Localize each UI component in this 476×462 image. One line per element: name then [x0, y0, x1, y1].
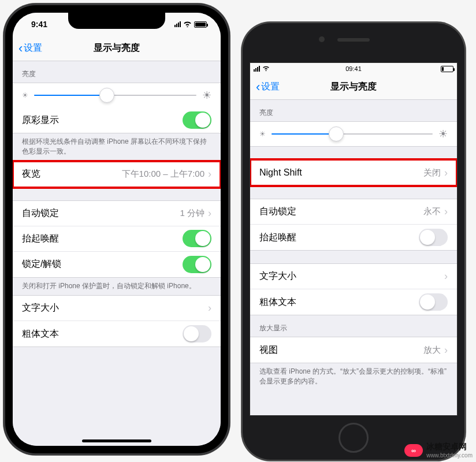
group-nightshift: 夜览 下午10:00 – 上午7:00 ›: [13, 161, 221, 188]
back-label: 设置: [24, 42, 42, 54]
nav-bar: ‹ 设置 显示与亮度: [250, 74, 457, 100]
status-bar: 09:41: [250, 63, 457, 74]
signal-icon: [254, 66, 260, 72]
brightness-slider-row: ☀︎ ☀︎: [13, 83, 221, 107]
chevron-right-icon: ›: [444, 206, 448, 218]
status-time: 9:41: [31, 20, 47, 29]
row-lockunlock: 锁定/解锁: [13, 252, 221, 277]
truetone-note: 根据环境光线条件自动调整 iPhone 屏幕以在不同环境下保持色彩显示一致。: [13, 133, 221, 161]
view-label: 视图: [259, 344, 278, 356]
settings-content[interactable]: 亮度 ☀︎ ☀︎ 原彩显示 根据环境光线条件自动调整 iPhone 屏幕以在不同…: [13, 61, 221, 446]
battery-icon: [194, 21, 207, 28]
chevron-right-icon: ›: [208, 207, 211, 219]
lockunlock-switch[interactable]: [183, 256, 211, 273]
nav-title: 显示与亮度: [250, 81, 457, 93]
view-value: 放大: [423, 345, 441, 356]
row-raise: 抬起唤醒: [250, 225, 457, 250]
textsize-label: 文字大小: [22, 302, 59, 314]
watermark-badge-icon: ∞: [404, 444, 423, 457]
watermark-url: www.btxtdmy.com: [426, 452, 473, 459]
autolock-label: 自动锁定: [259, 206, 296, 218]
bold-switch[interactable]: [419, 293, 448, 311]
chevron-right-icon: ›: [444, 167, 448, 179]
raise-label: 抬起唤醒: [259, 232, 296, 244]
truetone-switch[interactable]: [183, 111, 211, 129]
textsize-label: 文字大小: [259, 270, 296, 282]
back-label: 设置: [261, 81, 280, 93]
row-textsize[interactable]: 文字大小 ›: [13, 296, 221, 321]
section-zoom: 放大显示: [250, 315, 457, 337]
autolock-value: 永不: [423, 206, 441, 217]
earpiece: [337, 38, 370, 42]
raise-switch[interactable]: [419, 229, 448, 246]
row-nightshift[interactable]: Night Shift 关闭 ›: [250, 160, 457, 185]
bold-label: 粗体文本: [22, 328, 59, 340]
settings-content[interactable]: 亮度 ☀︎ ☀︎ Night Shift 关闭 ›: [250, 100, 457, 415]
status-time: 09:41: [250, 65, 457, 72]
sun-large-icon: ☀︎: [202, 89, 211, 102]
row-view[interactable]: 视图 放大 ›: [250, 337, 457, 363]
nightshift-value: 下午10:00 – 上午7:00: [122, 169, 204, 180]
notch: [68, 13, 165, 29]
autolock-label: 自动锁定: [22, 207, 59, 219]
row-autolock[interactable]: 自动锁定 1 分钟 ›: [13, 201, 221, 226]
zoom-note: 选取查看 iPhone 的方式。“放大”会显示更大的控制项。“标准”会显示更多的…: [250, 363, 457, 391]
row-bold: 粗体文本: [250, 289, 457, 315]
wifi-icon: [183, 20, 192, 29]
wifi-icon: [262, 65, 270, 72]
back-button[interactable]: ‹ 设置: [256, 81, 280, 94]
sun-small-icon: ☀︎: [259, 130, 266, 138]
sun-small-icon: ☀︎: [22, 91, 28, 99]
nightshift-value: 关闭: [423, 167, 441, 178]
chevron-left-icon: ‹: [18, 42, 23, 55]
truetone-label: 原彩显示: [22, 114, 59, 126]
row-nightshift[interactable]: 夜览 下午10:00 – 上午7:00 ›: [13, 162, 221, 187]
back-button[interactable]: ‹ 设置: [18, 42, 42, 55]
chevron-right-icon: ›: [444, 270, 448, 282]
battery-icon: [441, 66, 453, 72]
iphone-8-frame: 09:41 ‹ 设置 显示与亮度 亮度 ☀︎ ☀︎: [241, 22, 466, 461]
section-brightness: 亮度: [250, 100, 457, 121]
row-truetone: 原彩显示: [13, 107, 221, 133]
brightness-slider-row: ☀︎ ☀︎: [250, 122, 457, 146]
iphone-x-frame: 9:41 ‹ 设置 显示与亮度 亮度 ☀︎: [3, 3, 230, 455]
lock-note: 关闭和打开 iPhone 保护盖时，自动锁定和解锁 iPhone。: [13, 278, 221, 296]
home-indicator[interactable]: [82, 439, 151, 442]
watermark-brand: 冰糖安卓网: [426, 442, 467, 451]
front-camera: [319, 36, 325, 42]
chevron-right-icon: ›: [208, 302, 211, 314]
chevron-right-icon: ›: [208, 168, 211, 180]
row-raise: 抬起唤醒: [13, 226, 221, 252]
raise-switch[interactable]: [183, 230, 211, 247]
bold-label: 粗体文本: [259, 296, 296, 308]
sun-large-icon: ☀︎: [438, 128, 448, 140]
home-button[interactable]: [339, 423, 369, 453]
section-brightness: 亮度: [13, 61, 221, 83]
brightness-slider[interactable]: [34, 95, 196, 96]
raise-label: 抬起唤醒: [22, 233, 59, 245]
screen: 9:41 ‹ 设置 显示与亮度 亮度 ☀︎: [13, 13, 221, 446]
nightshift-label: 夜览: [22, 168, 40, 180]
nav-bar: ‹ 设置 显示与亮度: [13, 36, 221, 61]
row-autolock[interactable]: 自动锁定 永不 ›: [250, 199, 457, 225]
bold-switch[interactable]: [183, 325, 211, 342]
watermark: ∞ 冰糖安卓网 www.btxtdmy.com: [404, 442, 473, 459]
chevron-left-icon: ‹: [256, 81, 260, 94]
row-bold: 粗体文本: [13, 321, 221, 346]
group-nightshift: Night Shift 关闭 ›: [250, 159, 457, 186]
brightness-slider[interactable]: [272, 133, 433, 135]
nav-title: 显示与亮度: [13, 42, 221, 54]
row-textsize[interactable]: 文字大小 ›: [250, 264, 457, 289]
nightshift-label: Night Shift: [259, 167, 302, 178]
chevron-right-icon: ›: [444, 344, 448, 356]
signal-icon: [174, 21, 181, 27]
autolock-value: 1 分钟: [180, 208, 204, 219]
screen: 09:41 ‹ 设置 显示与亮度 亮度 ☀︎ ☀︎: [250, 62, 458, 416]
lockunlock-label: 锁定/解锁: [22, 258, 61, 270]
